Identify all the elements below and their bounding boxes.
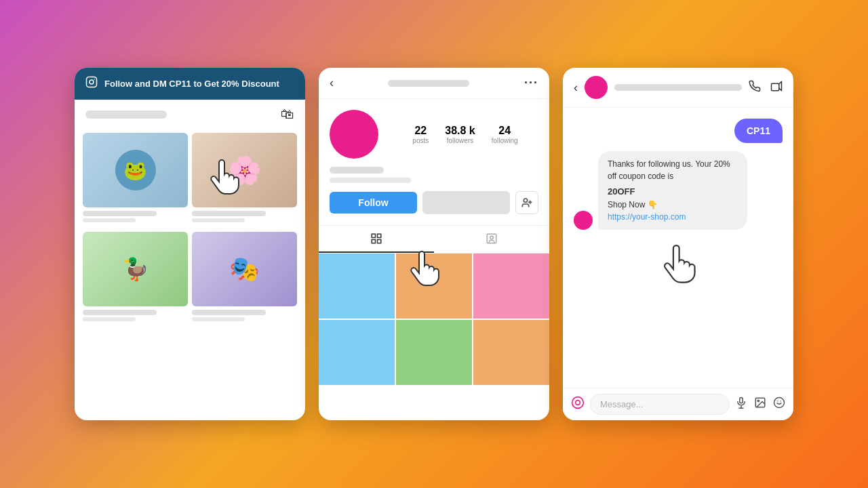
grid-cell-3[interactable] (473, 253, 549, 319)
svg-rect-8 (372, 240, 375, 243)
caption-1 (83, 211, 157, 216)
following-label: following (492, 137, 518, 144)
coupon-code: 20OFF (608, 185, 738, 199)
svg-point-2 (94, 79, 95, 80)
feed-item-4[interactable]: 🎭 (192, 232, 297, 327)
profile-stats: 22 posts 38.8 k followers 24 following (392, 125, 538, 144)
phone-icon[interactable] (749, 80, 761, 96)
svg-rect-0 (87, 77, 97, 87)
svg-point-1 (90, 80, 94, 84)
followers-label: followers (445, 137, 475, 144)
stories-placeholder (85, 110, 167, 119)
caption2-1 (83, 218, 136, 222)
caption-2 (192, 211, 266, 216)
grid-cell-2[interactable] (396, 253, 472, 319)
svg-point-14 (576, 401, 580, 405)
following-count: 24 (492, 125, 518, 137)
svg-point-11 (490, 236, 494, 239)
image-icon[interactable] (754, 396, 766, 412)
username-placeholder (388, 80, 469, 87)
profile-bio-placeholder (330, 178, 411, 183)
svg-rect-6 (372, 234, 375, 237)
chat-action-icons (749, 80, 783, 96)
stat-posts: 22 posts (412, 125, 429, 144)
caption2-2 (192, 218, 245, 222)
svg-point-20 (774, 398, 785, 408)
message-button-placeholder[interactable] (422, 191, 510, 214)
sender-avatar (574, 211, 593, 230)
emoji-icon[interactable] (773, 396, 785, 412)
banner-text: Follow and DM CP11 to Get 20% Discount (104, 79, 294, 89)
svg-point-13 (572, 397, 584, 409)
follow-button[interactable]: Follow (330, 192, 417, 214)
chat-back-button[interactable]: ‹ (574, 81, 578, 95)
svg-rect-7 (378, 234, 381, 237)
stat-followers: 38.8 k followers (445, 125, 475, 144)
grid-cell-5[interactable] (396, 320, 472, 385)
phone-chat: ‹ CP11 Thanks for following us. Your 20%… (563, 68, 793, 420)
chat-contact-name (614, 84, 742, 91)
cart-icon[interactable]: 🛍 (281, 106, 294, 122)
message-text: Thanks for following us. Your 20% off co… (608, 159, 730, 181)
follow-row: Follow (330, 191, 538, 214)
instagram-icon (85, 76, 98, 92)
shop-label: Shop Now 👇 (608, 200, 658, 209)
feed-item-3[interactable]: 🦆 (83, 232, 188, 327)
chat-input-actions (735, 396, 785, 412)
chat-contact-avatar (585, 76, 608, 99)
feed-item-2[interactable]: 🌸 (192, 133, 297, 228)
caption-3 (83, 310, 157, 315)
profile-tabs (319, 225, 549, 253)
sent-message-cp11: CP11 (734, 119, 783, 143)
feed-grid: 🐸 🌸 🦆 🎭 (75, 129, 305, 331)
received-message-wrap: Thanks for following us. Your 20% off co… (574, 151, 783, 230)
grid-cell-4[interactable] (319, 320, 395, 385)
camera-icon[interactable] (571, 396, 585, 413)
back-button[interactable]: ‹ (330, 76, 334, 90)
svg-point-3 (524, 199, 527, 202)
phone-feed: Follow and DM CP11 to Get 20% Discount 🛍… (75, 68, 305, 420)
feed-topbar: 🛍 (75, 100, 305, 129)
stat-following: 24 following (492, 125, 518, 144)
tab-tagged[interactable] (434, 226, 549, 253)
mic-icon[interactable] (735, 396, 747, 412)
caption-4 (192, 310, 266, 315)
svg-rect-12 (772, 83, 779, 91)
svg-rect-9 (378, 240, 381, 243)
received-message: Thanks for following us. Your 20% off co… (598, 151, 747, 230)
phone-profile: ‹ ··· 22 posts 38.8 k followers 24 follo… (319, 68, 549, 420)
followers-count: 38.8 k (445, 125, 475, 137)
chat-header: ‹ (563, 68, 793, 108)
profile-name-placeholder (330, 167, 384, 174)
message-input[interactable]: Message... (590, 394, 730, 415)
profile-grid (319, 253, 549, 385)
profile-avatar (330, 110, 378, 159)
feed-item-1[interactable]: 🐸 (83, 133, 188, 228)
video-icon[interactable] (770, 80, 783, 96)
add-friend-button[interactable] (515, 191, 538, 214)
tab-grid[interactable] (319, 226, 434, 253)
profile-top: 22 posts 38.8 k followers 24 following (330, 110, 538, 159)
shop-link[interactable]: https://your-shop.com (608, 212, 686, 222)
cursor-hand-3 (660, 245, 697, 288)
posts-label: posts (412, 137, 429, 144)
caption2-4 (192, 317, 245, 321)
caption2-3 (83, 317, 136, 321)
instagram-banner: Follow and DM CP11 to Get 20% Discount (75, 68, 305, 100)
cursor-area-3 (574, 245, 783, 288)
more-options-button[interactable]: ··· (524, 76, 538, 90)
grid-cell-6[interactable] (473, 320, 549, 385)
profile-navbar: ‹ ··· (319, 68, 549, 99)
chat-messages: CP11 Thanks for following us. Your 20% o… (563, 108, 793, 352)
grid-cell-1[interactable] (319, 253, 395, 319)
chat-input-bar: Message... (563, 388, 793, 420)
svg-point-19 (757, 400, 759, 401)
posts-count: 22 (412, 125, 429, 137)
profile-section: 22 posts 38.8 k followers 24 following F… (319, 99, 549, 225)
svg-rect-15 (740, 398, 743, 403)
